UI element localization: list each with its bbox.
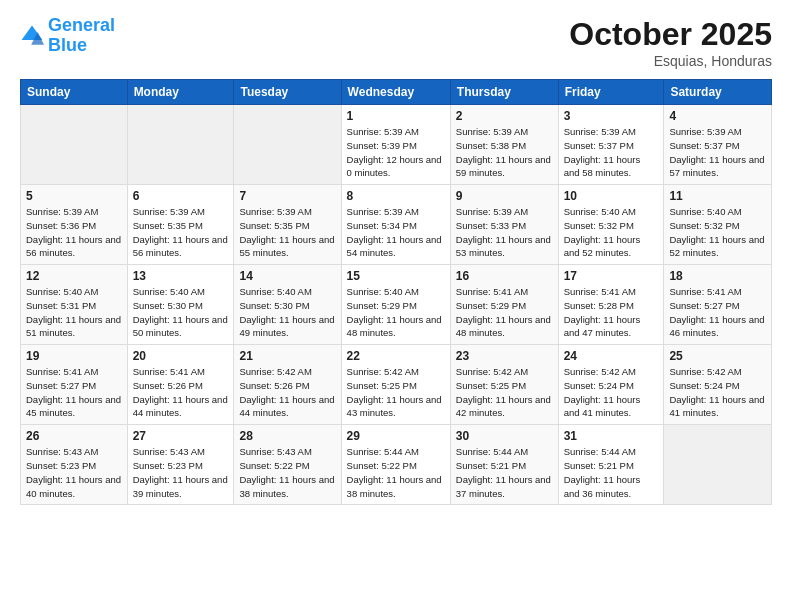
week-row-5: 26Sunrise: 5:43 AMSunset: 5:23 PMDayligh…: [21, 425, 772, 505]
cell-info: Sunrise: 5:42 AMSunset: 5:24 PMDaylight:…: [564, 365, 659, 420]
cell-date-number: 17: [564, 269, 659, 283]
cell-info: Sunrise: 5:44 AMSunset: 5:21 PMDaylight:…: [456, 445, 553, 500]
cell-info: Sunrise: 5:43 AMSunset: 5:23 PMDaylight:…: [133, 445, 229, 500]
calendar-cell: 27Sunrise: 5:43 AMSunset: 5:23 PMDayligh…: [127, 425, 234, 505]
cell-date-number: 18: [669, 269, 766, 283]
calendar-cell: 9Sunrise: 5:39 AMSunset: 5:33 PMDaylight…: [450, 185, 558, 265]
calendar-cell: 3Sunrise: 5:39 AMSunset: 5:37 PMDaylight…: [558, 105, 664, 185]
cell-info: Sunrise: 5:39 AMSunset: 5:39 PMDaylight:…: [347, 125, 445, 180]
logo-text: General Blue: [48, 16, 115, 56]
cell-info: Sunrise: 5:40 AMSunset: 5:30 PMDaylight:…: [133, 285, 229, 340]
cell-info: Sunrise: 5:40 AMSunset: 5:32 PMDaylight:…: [564, 205, 659, 260]
calendar-cell: 19Sunrise: 5:41 AMSunset: 5:27 PMDayligh…: [21, 345, 128, 425]
cell-date-number: 11: [669, 189, 766, 203]
calendar-cell: 26Sunrise: 5:43 AMSunset: 5:23 PMDayligh…: [21, 425, 128, 505]
month-title: October 2025: [569, 16, 772, 53]
cell-info: Sunrise: 5:41 AMSunset: 5:27 PMDaylight:…: [26, 365, 122, 420]
calendar-header-row: SundayMondayTuesdayWednesdayThursdayFrid…: [21, 80, 772, 105]
calendar-cell: [234, 105, 341, 185]
calendar-cell: 10Sunrise: 5:40 AMSunset: 5:32 PMDayligh…: [558, 185, 664, 265]
cell-info: Sunrise: 5:44 AMSunset: 5:22 PMDaylight:…: [347, 445, 445, 500]
cell-info: Sunrise: 5:42 AMSunset: 5:26 PMDaylight:…: [239, 365, 335, 420]
calendar-cell: 1Sunrise: 5:39 AMSunset: 5:39 PMDaylight…: [341, 105, 450, 185]
day-header-thursday: Thursday: [450, 80, 558, 105]
day-header-wednesday: Wednesday: [341, 80, 450, 105]
page: General Blue October 2025 Esquias, Hondu…: [0, 0, 792, 612]
calendar-cell: 14Sunrise: 5:40 AMSunset: 5:30 PMDayligh…: [234, 265, 341, 345]
cell-date-number: 25: [669, 349, 766, 363]
calendar-cell: 18Sunrise: 5:41 AMSunset: 5:27 PMDayligh…: [664, 265, 772, 345]
cell-info: Sunrise: 5:39 AMSunset: 5:37 PMDaylight:…: [564, 125, 659, 180]
cell-info: Sunrise: 5:43 AMSunset: 5:23 PMDaylight:…: [26, 445, 122, 500]
cell-date-number: 29: [347, 429, 445, 443]
calendar-cell: [664, 425, 772, 505]
calendar-cell: 2Sunrise: 5:39 AMSunset: 5:38 PMDaylight…: [450, 105, 558, 185]
cell-info: Sunrise: 5:39 AMSunset: 5:33 PMDaylight:…: [456, 205, 553, 260]
cell-date-number: 6: [133, 189, 229, 203]
cell-date-number: 9: [456, 189, 553, 203]
cell-info: Sunrise: 5:39 AMSunset: 5:35 PMDaylight:…: [239, 205, 335, 260]
day-header-tuesday: Tuesday: [234, 80, 341, 105]
day-header-friday: Friday: [558, 80, 664, 105]
cell-date-number: 19: [26, 349, 122, 363]
calendar-cell: 11Sunrise: 5:40 AMSunset: 5:32 PMDayligh…: [664, 185, 772, 265]
calendar-cell: 29Sunrise: 5:44 AMSunset: 5:22 PMDayligh…: [341, 425, 450, 505]
cell-info: Sunrise: 5:39 AMSunset: 5:36 PMDaylight:…: [26, 205, 122, 260]
cell-info: Sunrise: 5:42 AMSunset: 5:24 PMDaylight:…: [669, 365, 766, 420]
logo-icon: [20, 24, 44, 48]
cell-info: Sunrise: 5:42 AMSunset: 5:25 PMDaylight:…: [347, 365, 445, 420]
calendar-cell: 6Sunrise: 5:39 AMSunset: 5:35 PMDaylight…: [127, 185, 234, 265]
cell-date-number: 31: [564, 429, 659, 443]
cell-date-number: 14: [239, 269, 335, 283]
cell-date-number: 26: [26, 429, 122, 443]
cell-date-number: 30: [456, 429, 553, 443]
calendar-cell: 12Sunrise: 5:40 AMSunset: 5:31 PMDayligh…: [21, 265, 128, 345]
calendar-cell: 15Sunrise: 5:40 AMSunset: 5:29 PMDayligh…: [341, 265, 450, 345]
cell-info: Sunrise: 5:41 AMSunset: 5:29 PMDaylight:…: [456, 285, 553, 340]
calendar-cell: 8Sunrise: 5:39 AMSunset: 5:34 PMDaylight…: [341, 185, 450, 265]
cell-date-number: 10: [564, 189, 659, 203]
calendar-table: SundayMondayTuesdayWednesdayThursdayFrid…: [20, 79, 772, 505]
cell-date-number: 8: [347, 189, 445, 203]
calendar-cell: 30Sunrise: 5:44 AMSunset: 5:21 PMDayligh…: [450, 425, 558, 505]
calendar-cell: 4Sunrise: 5:39 AMSunset: 5:37 PMDaylight…: [664, 105, 772, 185]
week-row-1: 1Sunrise: 5:39 AMSunset: 5:39 PMDaylight…: [21, 105, 772, 185]
week-row-4: 19Sunrise: 5:41 AMSunset: 5:27 PMDayligh…: [21, 345, 772, 425]
cell-info: Sunrise: 5:39 AMSunset: 5:37 PMDaylight:…: [669, 125, 766, 180]
cell-date-number: 28: [239, 429, 335, 443]
cell-date-number: 3: [564, 109, 659, 123]
week-row-2: 5Sunrise: 5:39 AMSunset: 5:36 PMDaylight…: [21, 185, 772, 265]
header: General Blue October 2025 Esquias, Hondu…: [20, 16, 772, 69]
calendar-cell: 24Sunrise: 5:42 AMSunset: 5:24 PMDayligh…: [558, 345, 664, 425]
cell-date-number: 1: [347, 109, 445, 123]
cell-info: Sunrise: 5:42 AMSunset: 5:25 PMDaylight:…: [456, 365, 553, 420]
calendar-cell: [21, 105, 128, 185]
cell-info: Sunrise: 5:40 AMSunset: 5:32 PMDaylight:…: [669, 205, 766, 260]
cell-date-number: 27: [133, 429, 229, 443]
calendar-cell: 22Sunrise: 5:42 AMSunset: 5:25 PMDayligh…: [341, 345, 450, 425]
cell-info: Sunrise: 5:40 AMSunset: 5:29 PMDaylight:…: [347, 285, 445, 340]
cell-info: Sunrise: 5:41 AMSunset: 5:26 PMDaylight:…: [133, 365, 229, 420]
cell-date-number: 5: [26, 189, 122, 203]
calendar-cell: 25Sunrise: 5:42 AMSunset: 5:24 PMDayligh…: [664, 345, 772, 425]
cell-info: Sunrise: 5:39 AMSunset: 5:35 PMDaylight:…: [133, 205, 229, 260]
calendar-cell: 31Sunrise: 5:44 AMSunset: 5:21 PMDayligh…: [558, 425, 664, 505]
calendar-cell: 17Sunrise: 5:41 AMSunset: 5:28 PMDayligh…: [558, 265, 664, 345]
cell-date-number: 7: [239, 189, 335, 203]
week-row-3: 12Sunrise: 5:40 AMSunset: 5:31 PMDayligh…: [21, 265, 772, 345]
day-header-sunday: Sunday: [21, 80, 128, 105]
cell-date-number: 22: [347, 349, 445, 363]
cell-info: Sunrise: 5:40 AMSunset: 5:31 PMDaylight:…: [26, 285, 122, 340]
cell-date-number: 24: [564, 349, 659, 363]
cell-date-number: 13: [133, 269, 229, 283]
cell-date-number: 2: [456, 109, 553, 123]
cell-info: Sunrise: 5:39 AMSunset: 5:38 PMDaylight:…: [456, 125, 553, 180]
location-subtitle: Esquias, Honduras: [569, 53, 772, 69]
calendar-cell: 5Sunrise: 5:39 AMSunset: 5:36 PMDaylight…: [21, 185, 128, 265]
calendar-cell: 23Sunrise: 5:42 AMSunset: 5:25 PMDayligh…: [450, 345, 558, 425]
cell-date-number: 21: [239, 349, 335, 363]
cell-info: Sunrise: 5:41 AMSunset: 5:28 PMDaylight:…: [564, 285, 659, 340]
cell-date-number: 20: [133, 349, 229, 363]
calendar-cell: 20Sunrise: 5:41 AMSunset: 5:26 PMDayligh…: [127, 345, 234, 425]
cell-info: Sunrise: 5:43 AMSunset: 5:22 PMDaylight:…: [239, 445, 335, 500]
